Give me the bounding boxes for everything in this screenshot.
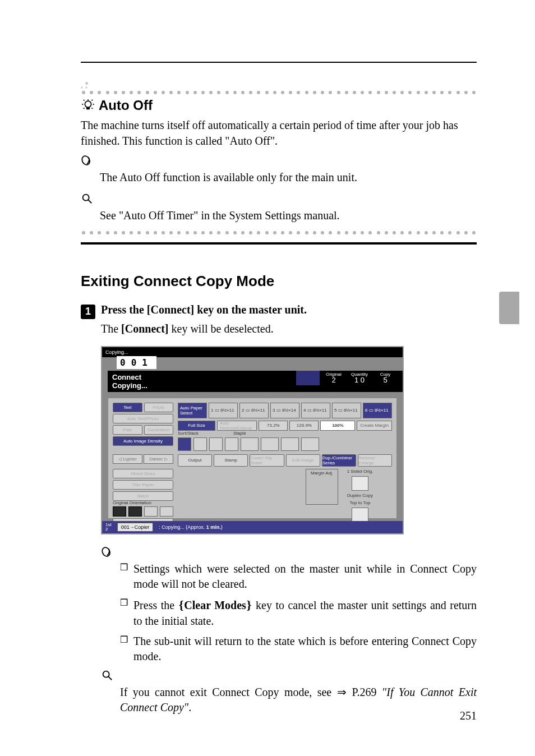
ss-machine-icon [296,371,320,385]
ss-chip-copy: Copy 5 [373,371,397,385]
dot-row-bottom [81,231,477,234]
ss-header-chips: Original 2 Quantity 1 0 Copy 5 [296,371,397,385]
orient-icon-2[interactable] [128,506,142,517]
ss-sort-label: Sort/Stack [178,431,199,436]
ss-auto-reduce-button[interactable]: Auto Reduce/Enlarge [217,421,257,431]
thick-rule [81,242,477,245]
ss-tray-6[interactable]: 6 ▭ 8½×11 [363,403,392,418]
ss-batch-button[interactable]: Batch [113,491,173,501]
reference-icon [81,192,477,207]
staple-icon-2[interactable] [261,437,279,451]
ss-tray-5[interactable]: 5 ▭ 8½×11 [332,403,361,418]
ss-dup-combine-button[interactable]: Dup./Combine/ Series [322,454,356,467]
reference-icon-2 [101,669,477,684]
ss-copy-value: 5 [376,377,395,384]
ss-edit-button[interactable]: Edit Image [286,454,320,467]
ss-tray-2[interactable]: 2 ▭ 8½×11 [239,403,269,418]
exit-reference: If you cannot exit Connect Copy mode, se… [120,685,477,720]
step-1-line: 1 Press the [Connect] key on the master … [81,302,477,318]
ss-counter: 001 [117,356,156,369]
ss-pale-button[interactable]: Pale [113,425,142,435]
ss-status-prefix: : Copying... (Approx. [159,524,205,530]
sort-icon-3[interactable] [209,437,223,451]
lightbulb-icon [81,98,95,113]
ss-margin-adj-box: Margin Adj. [306,469,338,505]
ss-toptotop-label: Top to Top [350,500,371,505]
ss-auto-paper-select[interactable]: Auto Paper Select [178,403,207,418]
ss-indicator: 1st 2 [105,523,112,532]
exit-note-1: Settings which were selected on the mast… [120,561,477,592]
top-rule [81,62,477,63]
ss-tray-1[interactable]: 1 ▭ 8½×11 [209,403,238,418]
sort-icon-4[interactable] [225,437,238,451]
auto-off-heading: Auto Off [81,98,477,113]
ss-bottom-tab[interactable]: 001→Copier [117,523,154,532]
ss-mixed-sizes-button[interactable]: Mixed Sizes [113,469,173,478]
ref-arrow: ⇒ [337,686,352,698]
ss-1sided-icon[interactable] [352,476,368,491]
ref-prefix: If you cannot exit Connect Copy mode, se… [120,686,337,698]
ss-ratio-73[interactable]: 73.2% [259,421,288,431]
ss-lighter-button[interactable]: ◁ Lighter [113,454,142,464]
staple-icon-4[interactable] [301,437,319,451]
ss-quantity-value: 1 0 [350,377,369,384]
svg-point-0 [85,101,91,107]
staple-icon-3[interactable] [281,437,299,451]
ss-toptotop-icon[interactable] [352,508,368,522]
ss-original-value: 2 [324,377,343,384]
ss-darker-button[interactable]: Darker ▷ [144,454,173,464]
ss-status-time: 1 min. [206,524,221,530]
ss-tray-4[interactable]: 4 ▭ 8½×11 [301,403,330,418]
step1-suffix: key on the master unit. [194,303,307,316]
staple-icon-1[interactable] [241,437,259,451]
ss-reduce-button[interactable]: Reduce/ Enlarge [358,454,392,467]
lead-dots [81,81,477,89]
sort-icon-2[interactable] [193,437,207,451]
ss-tray-3[interactable]: 3 ▭ 8½×14 [270,403,299,418]
ss-create-margin-button[interactable]: Create Margin [357,421,392,431]
ss-status-suffix: ) [221,524,223,530]
sort-icon-1[interactable] [178,437,191,451]
ss-cover-button[interactable]: Cover/ Slip Sheet [250,454,284,467]
ss-auto-image-density-button[interactable]: Auto Image Density [113,436,173,446]
note-icon [81,154,477,169]
clear-modes-key: Clear Modes [184,599,246,611]
ss-auto-text-photo-button[interactable]: Auto Text/Photo [113,414,173,423]
exit-note-2: Press the {Clear Modes} key to cancel th… [120,597,477,629]
svg-point-1 [81,155,91,167]
svg-point-3 [101,546,112,557]
ss-ratio-100: 100% [320,421,355,431]
ss-orientation-label: Original Orientation [113,500,151,505]
clear-open-bracket: { [178,598,185,612]
step1-prefix: Press the [101,303,147,316]
connect-copy-screenshot: Copying... 001 Connect Copying... Origin… [101,346,404,534]
auto-off-reference: See "Auto Off Timer" in the System Setti… [100,208,477,228]
step1-plain-prefix: The [101,322,121,335]
auto-off-note: The Auto Off function is available only … [100,170,477,190]
ss-darker-label: Darker [149,457,163,462]
ss-stamp-button[interactable]: Stamp [214,454,248,467]
exit-heading: Exiting Connect Copy Mode [81,273,477,290]
svg-point-2 [83,194,89,200]
ss-chip-original: Original 2 [322,371,345,385]
ss-thin-paper-button[interactable]: Thin Paper [113,480,173,490]
clear-close-bracket: } [246,598,252,612]
ss-ratio-128[interactable]: 128.9% [289,421,319,431]
step1-plain-suffix: key will be deselected. [169,322,274,335]
orient-icon-4[interactable] [160,506,173,517]
ss-text-button[interactable]: Text [113,403,142,412]
ss-generation-button[interactable]: Generation [144,425,174,435]
exit-note-3: The sub-unit will return to the state wh… [120,634,477,665]
orient-icon-1[interactable] [113,506,126,517]
ss-output-button[interactable]: Output [178,454,212,467]
step1-plain-key: [Connect] [121,322,168,335]
orient-icon-3[interactable] [144,506,158,517]
page-number: 251 [460,709,477,722]
ss-margin-label: Margin Adj. [311,471,333,476]
ss-full-size-button[interactable]: Full Size [178,421,215,431]
svg-point-4 [103,671,109,677]
ss-photo-button[interactable]: Photo [144,403,174,412]
clear-prefix: Press the [133,599,178,611]
ss-paper-row: Auto Paper Select 1 ▭ 8½×11 2 ▭ 8½×11 3 … [178,403,392,418]
step1-plain: The [Connect] key will be deselected. [101,321,477,337]
